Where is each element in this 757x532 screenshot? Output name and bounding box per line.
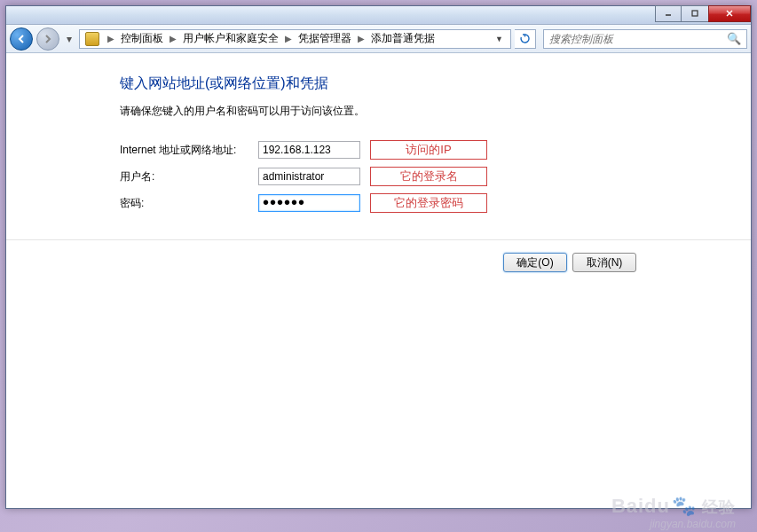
nav-history-dropdown[interactable]: ▾	[63, 30, 75, 48]
folder-icon	[85, 32, 99, 46]
address-hint: 访问的IP	[370, 140, 487, 160]
username-hint: 它的登录名	[370, 167, 487, 186]
chevron-right-icon: ▶	[107, 34, 114, 43]
breadcrumb-dropdown[interactable]: ▼	[489, 35, 509, 43]
maximize-button[interactable]	[682, 5, 708, 22]
minimize-button[interactable]	[655, 5, 682, 22]
paw-icon: 🐾	[672, 495, 697, 518]
refresh-button[interactable]	[515, 29, 536, 49]
username-input[interactable]	[258, 168, 360, 185]
breadcrumb-item[interactable]: 用户帐户和家庭安全	[181, 31, 280, 46]
close-button[interactable]	[708, 5, 751, 22]
nav-toolbar: ▾ ▶ 控制面板 ▶ 用户帐户和家庭安全 ▶ 凭据管理器 ▶ 添加普通凭据 ▼ …	[6, 25, 751, 53]
titlebar	[6, 6, 751, 25]
divider	[6, 239, 751, 240]
ok-button[interactable]: 确定(O)	[503, 253, 567, 272]
breadcrumb-item[interactable]: 控制面板	[119, 31, 165, 46]
password-label: 密码:	[120, 196, 253, 211]
content-area: 键入网站地址(或网络位置)和凭据 请确保您键入的用户名和密码可以用于访问该位置。…	[6, 53, 751, 508]
page-heading: 键入网站地址(或网络位置)和凭据	[120, 74, 751, 93]
chevron-right-icon: ▶	[358, 34, 365, 43]
cancel-button[interactable]: 取消(N)	[572, 253, 636, 272]
forward-button[interactable]	[36, 27, 59, 51]
search-input[interactable]	[549, 33, 727, 45]
svg-rect-1	[692, 11, 698, 16]
search-box[interactable]: 🔍	[543, 29, 747, 49]
address-label: Internet 地址或网络地址:	[120, 143, 253, 158]
password-input[interactable]: ••••••	[258, 194, 360, 212]
address-input[interactable]	[258, 141, 360, 159]
chevron-right-icon: ▶	[285, 34, 292, 43]
button-row: 确定(O) 取消(N)	[120, 253, 751, 272]
credential-form: Internet 地址或网络地址: 访问的IP 用户名: 它的登录名 密码: •…	[120, 140, 751, 213]
back-button[interactable]	[10, 27, 33, 51]
watermark: Baidu🐾经验 jingyan.baidu.com	[611, 495, 736, 530]
username-label: 用户名:	[120, 169, 253, 184]
breadcrumb[interactable]: ▶ 控制面板 ▶ 用户帐户和家庭安全 ▶ 凭据管理器 ▶ 添加普通凭据 ▼	[79, 29, 511, 49]
window-controls	[655, 6, 751, 25]
chevron-right-icon: ▶	[170, 34, 177, 43]
breadcrumb-item[interactable]: 凭据管理器	[296, 31, 353, 46]
page-subtext: 请确保您键入的用户名和密码可以用于访问该位置。	[120, 104, 751, 119]
search-icon[interactable]: 🔍	[727, 32, 741, 45]
password-hint: 它的登录密码	[370, 193, 487, 213]
window-frame: ▾ ▶ 控制面板 ▶ 用户帐户和家庭安全 ▶ 凭据管理器 ▶ 添加普通凭据 ▼ …	[5, 5, 752, 509]
breadcrumb-item[interactable]: 添加普通凭据	[369, 31, 437, 46]
